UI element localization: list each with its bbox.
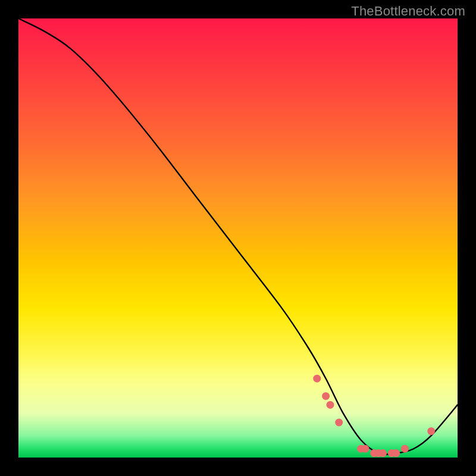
bottleneck-curve bbox=[18, 18, 458, 455]
marker-point bbox=[327, 401, 334, 409]
marker-point bbox=[379, 449, 387, 457]
marker-point bbox=[322, 392, 330, 400]
plot-area bbox=[18, 18, 458, 458]
marker-point bbox=[392, 449, 400, 457]
marker-point bbox=[313, 375, 321, 383]
chart-frame: TheBottleneck.com bbox=[0, 0, 476, 476]
marker-point bbox=[362, 445, 369, 453]
marker-point bbox=[335, 419, 343, 427]
highlighted-points bbox=[313, 375, 435, 457]
curve-layer bbox=[18, 18, 458, 458]
watermark-text: TheBottleneck.com bbox=[351, 4, 465, 19]
marker-point bbox=[427, 427, 435, 435]
marker-point bbox=[401, 445, 409, 453]
